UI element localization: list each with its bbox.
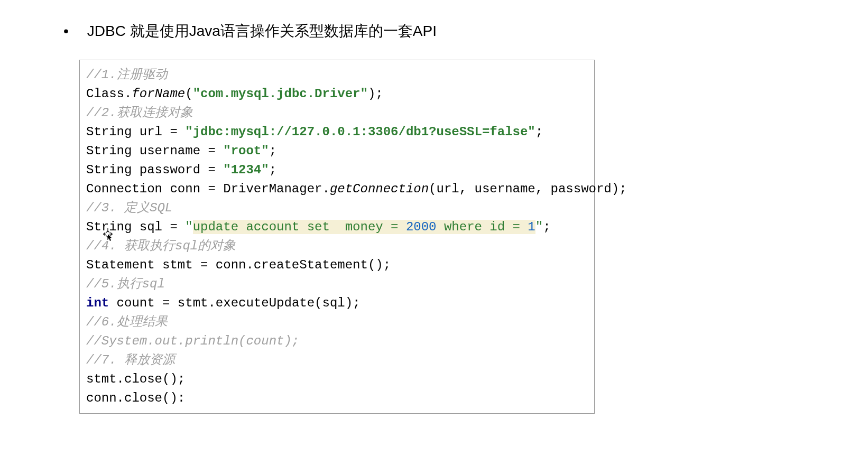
code-pass-str: "1234" bbox=[223, 163, 269, 177]
comment-6b: //System.out.println(count); bbox=[86, 334, 299, 348]
code-getconn: getConnection bbox=[330, 182, 429, 196]
code-conn-args: (url, username, password); bbox=[429, 182, 626, 196]
heading-text: JDBC 就是使用Java语言操作关系型数据库的一套API bbox=[87, 21, 437, 41]
code-sql-decl: String sql = bbox=[86, 220, 185, 234]
code-user-decl: String username = bbox=[86, 144, 223, 158]
comment-1: //1.注册驱动 bbox=[86, 68, 168, 82]
comment-7: //7. 释放资源 bbox=[86, 353, 175, 367]
code-forname: forName bbox=[132, 87, 185, 101]
comment-3: //3. 定义SQL bbox=[86, 201, 172, 215]
code-driver-str: "com.mysql.jdbc.Driver" bbox=[193, 87, 368, 101]
heading-row: • JDBC 就是使用Java语言操作关系型数据库的一套API bbox=[63, 21, 805, 41]
code-semi: ; bbox=[535, 125, 543, 139]
code-stmt-close: stmt.close(); bbox=[86, 372, 185, 386]
code-semi: ; bbox=[269, 163, 276, 177]
bullet-icon: • bbox=[63, 24, 69, 39]
code-sql-where: where id = bbox=[437, 220, 528, 234]
code-semi: ; bbox=[269, 144, 276, 158]
code-sql-q2: " bbox=[535, 220, 543, 234]
code-sql-1: 1 bbox=[528, 220, 535, 234]
comment-6: //6.处理结果 bbox=[86, 315, 168, 329]
code-paren: ( bbox=[185, 87, 192, 101]
code-url-decl: String url = bbox=[86, 125, 185, 139]
comment-4: //4. 获取执行sql的对象 bbox=[86, 239, 236, 253]
code-url-str: "jdbc:mysql://127.0.0.1:3306/db1?useSSL=… bbox=[185, 125, 535, 139]
code-int: int bbox=[86, 296, 109, 310]
comment-5: //5.执行sql bbox=[86, 277, 165, 291]
code-conn-decl: Connection conn = DriverManager. bbox=[86, 182, 330, 196]
code-user-str: "root" bbox=[223, 144, 269, 158]
code-sql-upd: update account set money = bbox=[193, 220, 406, 234]
code-pass-decl: String password = bbox=[86, 163, 223, 177]
code-end: ); bbox=[368, 87, 383, 101]
code-semi: ; bbox=[543, 220, 550, 234]
code-sql-2000: 2000 bbox=[406, 220, 437, 234]
code-conn-close: conn.close(): bbox=[86, 391, 185, 405]
comment-2: //2.获取连接对象 bbox=[86, 106, 193, 120]
code-block: //1.注册驱动 Class.forName("com.mysql.jdbc.D… bbox=[79, 60, 595, 414]
code-sql-q1: " bbox=[185, 220, 192, 234]
code-stmt: Statement stmt = conn.createStatement(); bbox=[86, 258, 391, 272]
code-class: Class. bbox=[86, 87, 132, 101]
code-exec: count = stmt.executeUpdate(sql); bbox=[109, 296, 360, 310]
